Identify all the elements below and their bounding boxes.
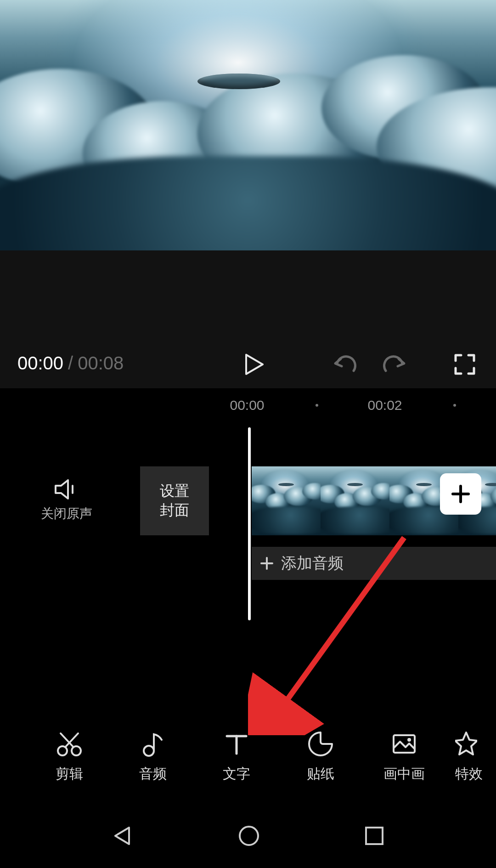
system-nav-bar (0, 804, 496, 868)
svg-point-14 (407, 738, 411, 742)
scissors-icon (56, 731, 83, 757)
star-icon (455, 731, 477, 757)
square-recent-icon (364, 826, 384, 846)
playhead[interactable] (248, 427, 251, 620)
fullscreen-button[interactable] (451, 351, 479, 378)
ruler-tick: 00:00 (230, 397, 264, 413)
set-cover-button[interactable]: 设置 封面 (140, 466, 209, 535)
play-icon (244, 354, 264, 375)
nav-back-button[interactable] (112, 825, 134, 847)
nav-home-button[interactable] (237, 824, 260, 847)
tool-label: 音频 (139, 765, 167, 783)
tool-edit[interactable]: 剪辑 (28, 731, 111, 809)
tool-label: 贴纸 (307, 765, 334, 783)
total-time: 00:08 (78, 353, 124, 374)
play-button[interactable] (240, 351, 268, 378)
ruler-dot (453, 404, 456, 407)
sticker-icon (307, 731, 334, 757)
playback-controls-bar: 00:00 / 00:08 (0, 250, 496, 388)
mute-original-button[interactable]: 关闭原声 (0, 479, 133, 522)
set-cover-label: 设置 封面 (160, 482, 189, 520)
redo-button[interactable] (381, 351, 409, 378)
time-display: 00:00 / 00:08 (17, 353, 124, 374)
tool-sticker[interactable]: 贴纸 (279, 731, 362, 809)
time-separator: / (68, 353, 73, 374)
triangle-back-icon (112, 825, 134, 847)
mute-label: 关闭原声 (41, 505, 92, 522)
redo-icon (383, 354, 407, 374)
add-clip-button[interactable] (440, 473, 481, 515)
circle-home-icon (237, 824, 260, 847)
text-icon (223, 731, 250, 757)
clip-thumbnail (252, 466, 321, 535)
time-ruler: 00:00 00:02 (0, 397, 496, 420)
svg-rect-16 (366, 828, 383, 844)
svg-point-10 (144, 746, 154, 756)
svg-point-15 (240, 827, 258, 845)
tool-label: 特效 (455, 765, 483, 783)
tool-audio[interactable]: 音频 (111, 731, 195, 809)
plus-icon (450, 483, 471, 505)
fullscreen-icon (454, 353, 476, 375)
tool-pip[interactable]: 画中画 (362, 731, 446, 809)
tool-effects[interactable]: 特效 (446, 731, 496, 809)
nav-recent-button[interactable] (364, 826, 384, 846)
add-audio-label: 添加音频 (281, 553, 344, 574)
tool-text[interactable]: 文字 (195, 731, 278, 809)
undo-icon (333, 354, 356, 374)
video-preview[interactable] (0, 0, 496, 250)
tool-label: 文字 (223, 765, 250, 783)
bottom-toolbar: 剪辑 音频 文字 贴纸 画中画 特效 (0, 731, 496, 809)
tool-label: 剪辑 (56, 765, 83, 783)
speaker-icon (54, 479, 79, 499)
clip-thumbnail (321, 466, 389, 535)
current-time: 00:00 (17, 353, 63, 374)
undo-button[interactable] (331, 351, 358, 378)
ruler-tick: 00:02 (367, 397, 402, 413)
ruler-dot (316, 404, 318, 407)
add-audio-button[interactable]: 添加音频 (252, 547, 496, 580)
picture-in-picture-icon (391, 731, 417, 757)
plus-icon (260, 556, 274, 570)
tool-label: 画中画 (383, 765, 425, 783)
music-note-icon (140, 731, 166, 757)
timeline[interactable]: 00:00 00:02 关闭原声 设置 封面 (0, 388, 496, 646)
